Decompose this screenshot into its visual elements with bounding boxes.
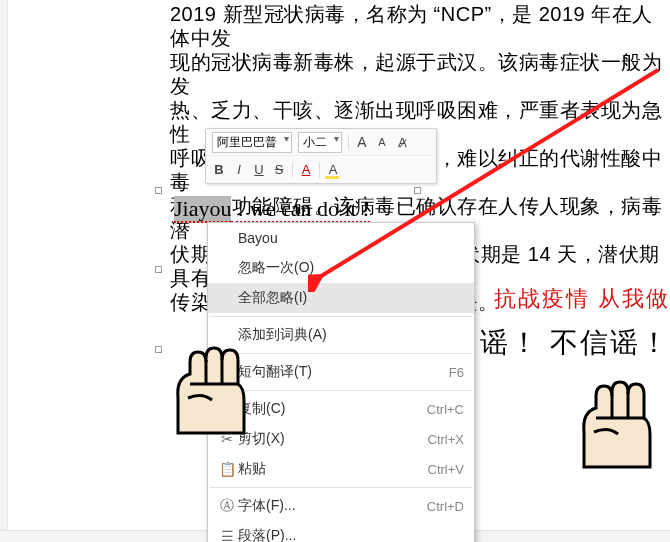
menu-item[interactable]: 全部忽略(I) bbox=[208, 283, 474, 313]
fist-image-left[interactable] bbox=[158, 338, 258, 438]
menu-item-shortcut: Ctrl+X bbox=[428, 432, 464, 447]
menu-item-label: 添加到词典(A) bbox=[238, 326, 464, 344]
menu-item[interactable]: Bayou bbox=[208, 223, 474, 253]
menu-item-label: 全部忽略(I) bbox=[238, 289, 464, 307]
menu-item-shortcut: F6 bbox=[449, 365, 464, 380]
menu-item-label: 短句翻译(T) bbox=[238, 363, 449, 381]
document-area[interactable]: 2019 新型冠状病毒，名称为 “NCP”，是 2019 年在人体中发 现的冠状… bbox=[8, 0, 670, 530]
menu-item-label: 段落(P)... bbox=[238, 527, 464, 542]
menu-item-label: 忽略一次(O) bbox=[238, 259, 464, 277]
clear-format-button[interactable]: A̷ bbox=[395, 135, 409, 150]
menu-item-shortcut: Ctrl+C bbox=[427, 402, 464, 417]
menu-item-icon: 📋 bbox=[216, 461, 238, 477]
menu-item-icon: ☰ bbox=[216, 528, 238, 542]
slogan-line-1: 抗战疫情 从我做 bbox=[494, 284, 670, 314]
bold-button[interactable]: B bbox=[212, 162, 226, 177]
menu-item[interactable]: 忽略一次(O) bbox=[208, 253, 474, 283]
menu-separator bbox=[210, 487, 472, 488]
slogan-line-2: 谣！ 不信谣！ bbox=[480, 324, 670, 362]
resize-handle-top-middle[interactable] bbox=[414, 187, 421, 194]
mini-toolbar: 阿里巴巴普 小二 A A A̷ B I U S A A bbox=[205, 128, 437, 184]
page-edge-left bbox=[0, 0, 8, 542]
font-family-select[interactable]: 阿里巴巴普 bbox=[212, 132, 292, 153]
decrease-font-button[interactable]: A bbox=[375, 136, 389, 148]
separator bbox=[292, 162, 293, 178]
menu-item-label: 字体(F)... bbox=[238, 497, 427, 515]
menu-item-label: 粘贴 bbox=[238, 460, 428, 478]
separator bbox=[348, 134, 349, 150]
menu-item[interactable]: 📋粘贴Ctrl+V bbox=[208, 454, 474, 484]
separator bbox=[319, 162, 320, 178]
menu-item-shortcut: Ctrl+V bbox=[428, 462, 464, 477]
menu-item-shortcut: Ctrl+D bbox=[427, 499, 464, 514]
resize-handle-middle-left[interactable] bbox=[155, 266, 162, 273]
resize-handle-top-left[interactable] bbox=[155, 187, 162, 194]
menu-item[interactable]: ☰段落(P)... bbox=[208, 521, 474, 542]
font-color-button[interactable]: A bbox=[299, 162, 313, 177]
remaining-text[interactable]: ! we can do it ! bbox=[231, 196, 369, 223]
selected-misspelled-word[interactable]: Jiayou bbox=[174, 196, 231, 223]
increase-font-button[interactable]: A bbox=[355, 134, 369, 150]
strikethrough-button[interactable]: S bbox=[272, 162, 286, 177]
menu-item-label: Bayou bbox=[238, 230, 464, 246]
underline-button[interactable]: U bbox=[252, 162, 266, 177]
menu-item-label: 复制(C) bbox=[238, 400, 427, 418]
font-size-select[interactable]: 小二 bbox=[298, 132, 342, 153]
fist-image-right[interactable] bbox=[564, 372, 664, 472]
highlight-button[interactable]: A bbox=[326, 162, 340, 177]
menu-item[interactable]: Ⓐ字体(F)...Ctrl+D bbox=[208, 491, 474, 521]
italic-button[interactable]: I bbox=[232, 162, 246, 177]
menu-item-label: 剪切(X) bbox=[238, 430, 428, 448]
menu-item-icon: Ⓐ bbox=[216, 497, 238, 515]
menu-separator bbox=[210, 316, 472, 317]
spellcheck-line[interactable]: Jiayou ! we can do it ! bbox=[174, 196, 370, 222]
